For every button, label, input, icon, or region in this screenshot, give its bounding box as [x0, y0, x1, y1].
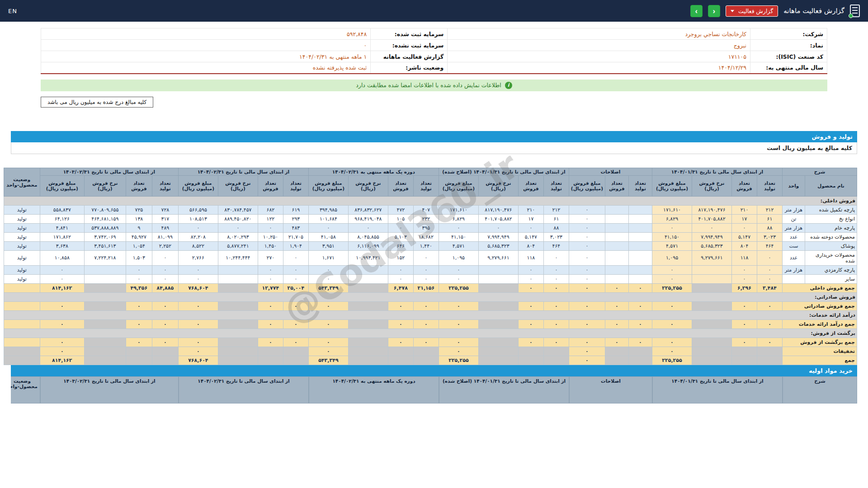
value-cell: ۱۰,۹۹۳,۴۲۱: [348, 250, 388, 265]
value-cell: ۰: [652, 338, 692, 347]
unit-cell: عدد: [783, 250, 805, 265]
value-cell: ۰: [569, 250, 605, 265]
previous-period-button[interactable]: ‹: [708, 5, 720, 17]
value-cell: [605, 347, 628, 356]
status-cell: [4, 319, 40, 328]
value-cell: ۵,۱۴۷: [732, 232, 757, 241]
next-period-button[interactable]: ›: [690, 5, 703, 17]
production-sales-table-wrap: @Codal360_ir شرحاز ابتدای سال مالی تا تا…: [11, 168, 857, 365]
value-cell: ۱۲۲: [258, 214, 283, 223]
section-row: درآمد ارائه خدمات:: [4, 310, 857, 319]
purchase-column-group-header: شرح: [783, 376, 857, 404]
value-cell: ۰: [439, 347, 478, 356]
value-cell: ۰: [178, 338, 218, 347]
value-cell: ۰: [518, 223, 543, 232]
unit-cell: تن: [783, 214, 805, 223]
language-toggle-en[interactable]: EN: [8, 8, 17, 14]
purchase-column-group-header: از ابتدای سال مالی تا تاریخ ۱۴۰۴/۰۱/۳۱ (…: [439, 376, 569, 404]
value-cell: ۰: [605, 319, 628, 328]
value-cell: [388, 347, 413, 356]
value-cell: ۴۱,۱۵۰: [652, 232, 692, 241]
total-row: جمع۲۲۵,۲۵۵۰۲۲۵,۲۵۵۵۴۳,۳۴۹۷۶۸,۶۰۴۸۱۴,۱۶۲: [4, 356, 857, 365]
company-info-table: شرکت: کارخانجات نساجي بروجرد سرمایه ثبت …: [41, 28, 827, 74]
value-cell: ۰: [40, 274, 84, 283]
value-cell: ۸۱۴,۱۶۲: [40, 356, 84, 365]
value-cell: ۰: [732, 265, 757, 274]
product-name-cell: پوشاک: [805, 241, 857, 250]
value-cell: ۰: [388, 223, 413, 232]
value-cell: ۰: [652, 274, 692, 283]
value-cell: [348, 274, 388, 283]
section-label-cell: برگشت از فروش:: [4, 328, 857, 338]
info-value: ۱۴۰۴/۱۲/۲۹: [448, 62, 750, 74]
chevron-down-icon: [731, 10, 734, 12]
value-cell: ۰: [388, 301, 413, 310]
table-header: شرحاز ابتدای سال مالی تا تاریخ ۱۴۰۴/۰۱/۳…: [4, 168, 857, 196]
value-cell: ۱,۴۵۰: [258, 241, 283, 250]
value-cell: ۱۸,۶۸۲: [413, 232, 439, 241]
value-cell: ۲۱۰: [732, 205, 757, 214]
value-cell: ۶۱: [543, 214, 569, 223]
raw-materials-section-bar: خرید مواد اولیه: [11, 365, 857, 376]
report-type-select-value: گزارش فعالیت: [738, 8, 773, 14]
value-cell: [84, 338, 126, 347]
value-cell: ۴۰۱,۷۰۵,۸۸۲: [692, 214, 732, 223]
value-cell: ۰: [178, 265, 218, 274]
column-header: تعداد تولید: [543, 175, 569, 196]
value-cell: ۰: [283, 319, 308, 328]
value-cell: ۰: [652, 223, 692, 232]
value-cell: ۰: [543, 250, 569, 265]
value-cell: [628, 274, 652, 283]
info-value: ۰: [41, 40, 371, 51]
value-cell: ۱۵۲: [388, 250, 413, 265]
value-cell: ۷,۹۹۴,۹۴۹: [478, 232, 518, 241]
value-cell: ۰: [308, 274, 348, 283]
value-cell: [283, 347, 308, 356]
value-cell: ۰: [258, 265, 283, 274]
column-header: مبلغ فروش (میلیون ریال): [652, 175, 692, 196]
value-cell: ۰: [518, 338, 543, 347]
value-cell: ۰: [543, 265, 569, 274]
value-cell: ۶۸۲: [258, 205, 283, 214]
purchase-column-group-header: دوره یک ماهه منتهی به ۱۴۰۴/۰۲/۳۱: [309, 376, 439, 404]
value-cell: ۱۰۵: [388, 214, 413, 223]
status-cell: [4, 283, 40, 292]
signature-match-text: اطلاعات نمایش داده شده با اطلاعات امضا ش…: [356, 82, 501, 89]
value-cell: ۱۰۸,۵۱۳: [178, 214, 218, 223]
column-header: مبلغ فروش (میلیون ریال): [308, 175, 348, 196]
value-cell: [628, 232, 652, 241]
value-cell: ۵,۱۴۷: [518, 232, 543, 241]
value-cell: ۰: [628, 283, 652, 292]
value-cell: ۰: [569, 356, 605, 365]
value-cell: ۱۷: [732, 214, 757, 223]
info-row: شرکت: کارخانجات نساجي بروجرد سرمایه ثبت …: [41, 28, 827, 40]
value-cell: [218, 283, 258, 292]
value-cell: ۰: [628, 338, 652, 347]
value-cell: [628, 250, 652, 265]
value-cell: ۱,۶۷۱: [308, 250, 348, 265]
value-cell: ۴۶۴: [543, 241, 569, 250]
total-label-cell: جمع: [783, 356, 857, 365]
value-cell: ۴۱,۱۵۰: [439, 232, 478, 241]
value-cell: [478, 356, 518, 365]
report-type-select[interactable]: گزارش فعالیت: [726, 5, 778, 17]
value-cell: ۰: [413, 265, 439, 274]
info-value: ۱ ماهه منتهی به ۱۴۰۴/۰۲/۳۱: [41, 51, 371, 62]
value-cell: ۰: [126, 338, 152, 347]
value-cell: [218, 319, 258, 328]
value-cell: [628, 265, 652, 274]
value-cell: ۴۸۹: [152, 223, 178, 232]
value-cell: ۰: [605, 301, 628, 310]
info-value: کارخانجات نساجي بروجرد: [448, 28, 750, 40]
column-header: مبلغ فروش (میلیون ریال): [178, 175, 218, 196]
info-row: نماد: نبروج سرمایه ثبت نشده: ۰: [41, 40, 827, 51]
value-cell: ۱۷۱,۸۶۲: [40, 232, 84, 241]
product-row: محصولات خریداری شدهعدد۰۱۱۸۹,۲۷۹,۶۶۱۱,۰۹۵…: [4, 250, 857, 265]
column-group-header: دوره یک ماهه منتهی به ۱۴۰۴/۰۲/۳۱: [308, 168, 439, 175]
value-cell: ۳,۴۸۴: [757, 283, 783, 292]
value-cell: ۰: [152, 338, 178, 347]
product-name-cell: پارچه تکمیل شده: [805, 205, 857, 214]
value-cell: [84, 356, 126, 365]
value-cell: ۰: [178, 319, 218, 328]
info-label: کد صنعت (ISIC):: [750, 51, 827, 62]
